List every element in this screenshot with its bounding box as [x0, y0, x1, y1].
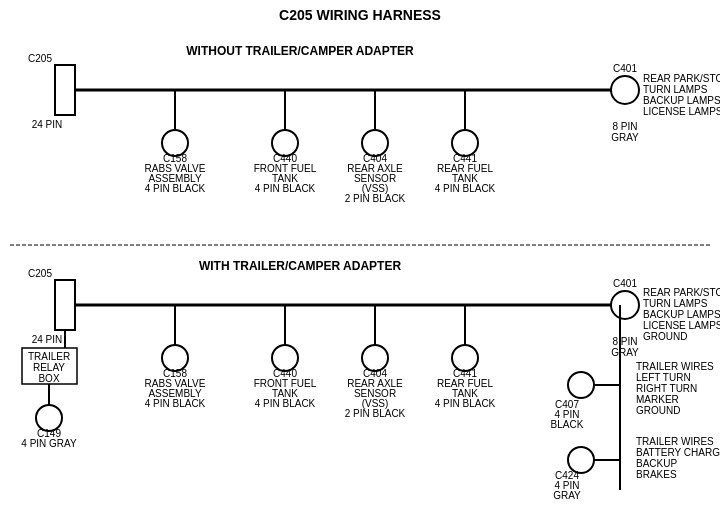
bot-right-connector-id: C401 — [613, 278, 637, 289]
bot-c441-l3: 4 PIN BLACK — [435, 398, 496, 409]
c424-desc-4: BRAKES — [636, 469, 677, 480]
wiring-diagram: C205 WIRING HARNESS WITHOUT TRAILER/CAMP… — [0, 0, 720, 517]
bot-c440-l3: 4 PIN BLACK — [255, 398, 316, 409]
bot-right-desc-5: GROUND — [643, 331, 687, 342]
bot-left-connector-id: C205 — [28, 268, 52, 279]
bot-c404-l4: 2 PIN BLACK — [345, 408, 406, 419]
c424-desc-2: BATTERY CHARGE — [636, 447, 720, 458]
diagram-title: C205 WIRING HARNESS — [279, 7, 441, 23]
bot-right-desc-1: REAR PARK/STOP — [643, 287, 720, 298]
c407-desc-4: MARKER — [636, 394, 679, 405]
top-right-connector-id: C401 — [613, 63, 637, 74]
svg-point-2 — [611, 76, 639, 104]
c407-color: BLACK — [551, 419, 584, 430]
top-right-color: GRAY — [611, 132, 639, 143]
svg-rect-1 — [55, 65, 75, 115]
top-left-pin-label: 24 PIN — [32, 119, 63, 130]
top-right-desc-4: LICENSE LAMPS — [643, 106, 720, 117]
trailer-relay-box-l3: BOX — [38, 373, 59, 384]
c424-desc-1: TRAILER WIRES — [636, 436, 714, 447]
bottom-section-label: WITH TRAILER/CAMPER ADAPTER — [199, 259, 402, 273]
c407-desc-5: GROUND — [636, 405, 680, 416]
c424-color: GRAY — [553, 490, 581, 501]
bot-right-desc-3: BACKUP LAMPS — [643, 309, 720, 320]
c407-desc-1: TRAILER WIRES — [636, 361, 714, 372]
top-right-pin: 8 PIN — [612, 121, 637, 132]
top-c158-l3: 4 PIN BLACK — [145, 183, 206, 194]
top-right-desc-1: REAR PARK/STOP — [643, 73, 720, 84]
top-c441-l3: 4 PIN BLACK — [435, 183, 496, 194]
bot-left-pin-label: 24 PIN — [32, 334, 63, 345]
svg-rect-13 — [55, 280, 75, 330]
svg-point-21 — [568, 372, 594, 398]
svg-point-18 — [611, 291, 639, 319]
c149-label: 4 PIN GRAY — [21, 438, 77, 449]
top-left-connector-id: C205 — [28, 53, 52, 64]
c424-desc-3: BACKUP — [636, 458, 677, 469]
top-right-desc-2: TURN LAMPS — [643, 84, 708, 95]
bot-right-color: GRAY — [611, 347, 639, 358]
bot-right-pin: 8 PIN — [612, 336, 637, 347]
trailer-relay-box-l2: RELAY — [33, 362, 65, 373]
top-c404-l4: 2 PIN BLACK — [345, 193, 406, 204]
top-right-desc-3: BACKUP LAMPS — [643, 95, 720, 106]
bot-right-desc-2: TURN LAMPS — [643, 298, 708, 309]
c407-desc-2: LEFT TURN — [636, 372, 691, 383]
c407-desc-3: RIGHT TURN — [636, 383, 697, 394]
bot-c158-l3: 4 PIN BLACK — [145, 398, 206, 409]
bot-right-desc-4: LICENSE LAMPS — [643, 320, 720, 331]
top-section-label: WITHOUT TRAILER/CAMPER ADAPTER — [186, 44, 414, 58]
top-c440-l3: 4 PIN BLACK — [255, 183, 316, 194]
trailer-relay-box-l1: TRAILER — [28, 351, 70, 362]
